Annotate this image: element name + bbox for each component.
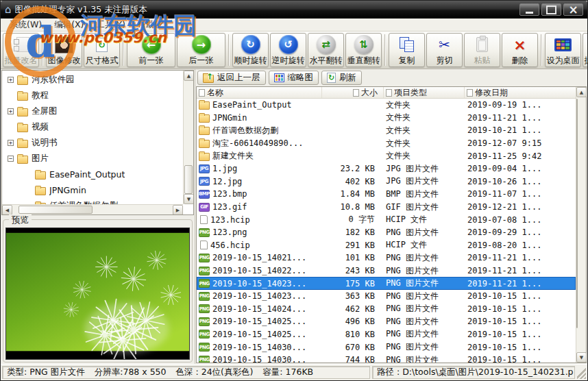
file-row[interactable]: 仟首调色数据勿删文件夹2019-10-21 1... xyxy=(197,124,576,137)
copy-button[interactable]: 复制 xyxy=(389,33,425,67)
menu-item-2[interactable]: 工具(Y) xyxy=(90,19,131,31)
file-row[interactable]: 456.hcip291 KBHCIP 文件2019-08-20 1... xyxy=(197,239,576,252)
tree-item[interactable]: EasePaint_Output xyxy=(2,167,183,182)
rename-icon xyxy=(16,37,29,52)
tree-item[interactable]: +说明书 xyxy=(2,135,183,151)
column-header-1[interactable]: 大小 xyxy=(322,87,384,98)
file-row[interactable]: PNG2019-10-15_14022...243 KBPNG 图片文件2019… xyxy=(197,265,576,278)
rotate-counterclockwise-button[interactable]: ↺逆时旋转 xyxy=(270,33,306,67)
image-edit-button[interactable]: 图像修改 xyxy=(46,33,82,67)
capture-screen-button[interactable]: ✂抓取屏幕 xyxy=(583,33,588,67)
expand-icon[interactable]: + xyxy=(8,108,14,114)
file-row[interactable]: PNG2019-10-15_14024...462 KBPNG 图片文件2019… xyxy=(197,303,576,316)
close-button[interactable] xyxy=(563,3,583,16)
menu-item-3[interactable]: 帮助(Z) xyxy=(132,19,173,31)
list-vscroll-thumb[interactable] xyxy=(576,99,578,328)
file-row[interactable]: PNG2019-10-15_14021...101 KBPNG 图片文件2019… xyxy=(197,251,576,265)
file-name-cell: JPG12.jpg xyxy=(197,177,322,186)
scroll-right-arrow-icon[interactable]: ▶ xyxy=(173,205,183,215)
scroll-down-arrow-icon[interactable]: ▼ xyxy=(576,352,587,362)
file-row[interactable]: PNG123.png182 KBPNG 图片文件2019-09-29 1... xyxy=(197,226,576,239)
file-name: 2019-10-15_14025... xyxy=(212,330,306,339)
png-file-icon: PNG xyxy=(199,267,210,275)
file-row[interactable]: PNG2019-10-15_14023...175 KBPNG 图片文件2019… xyxy=(197,277,576,290)
tree-item[interactable]: JPNGmin xyxy=(2,182,183,198)
menu-item-0[interactable]: 系统(W) xyxy=(3,19,48,31)
collapse-icon[interactable]: − xyxy=(8,156,14,162)
file-row[interactable]: EasePaint_Output文件夹2019-09-19 1... xyxy=(197,99,576,112)
file-name: JPNGmin xyxy=(212,113,247,123)
file-name: 仟首调色数据勿删 xyxy=(212,125,278,136)
file-row[interactable]: JPNGmin文件夹2019-11-21 1... xyxy=(197,112,576,125)
scroll-up-arrow-icon[interactable]: ▲ xyxy=(576,87,587,97)
file-date: 2019-09-29 1... xyxy=(465,228,576,237)
file-size: 363 KB xyxy=(322,291,384,301)
tree-vscroll-thumb[interactable] xyxy=(184,165,193,194)
tree-item[interactable]: 教程 xyxy=(2,88,183,103)
tree-item[interactable]: −图片 xyxy=(2,151,183,167)
file-row[interactable]: PNG2019-10-15_14023...363 KBPNG 图片文件2019… xyxy=(197,290,576,303)
menu-item-1[interactable]: 编辑(X) xyxy=(48,19,90,31)
file-type: GIF 图片文件 xyxy=(384,201,465,213)
cut-button[interactable]: ✂剪切 xyxy=(426,33,463,67)
tree-item[interactable]: +全屏图 xyxy=(2,103,183,119)
column-header-2[interactable]: 项目类型 xyxy=(384,87,465,98)
rotate-clockwise-button[interactable]: ↻顺时旋转 xyxy=(232,33,269,67)
column-header-0[interactable]: 名称 xyxy=(197,87,322,98)
file-name-cell: 456.hcip xyxy=(197,241,322,250)
file-row[interactable]: GIF123.gif10.8 MBGIF 图片文件2019-12-21 1... xyxy=(197,201,576,214)
tree-item[interactable]: +河东软件园 xyxy=(2,72,183,88)
scroll-down-arrow-icon[interactable]: ▼ xyxy=(184,194,194,204)
paste-button[interactable]: 粘贴 xyxy=(464,33,500,67)
file-row[interactable]: JPG12.jpg402 KBJPG 图片文件2019-10-26 1... xyxy=(197,175,576,188)
batch-rename-button[interactable]: 批量改名 xyxy=(3,33,39,67)
file-name: 2019-10-15_14021... xyxy=(212,253,306,262)
file-row[interactable]: PNG2019-10-15_14025...496 KBPNG 图片文件2019… xyxy=(197,315,576,328)
tree-horizontal-scrollbar[interactable]: ◀ ▶ xyxy=(2,204,183,214)
file-type: PNG 图片文件 xyxy=(384,278,465,289)
thumbnails-button[interactable]: 缩略图 xyxy=(269,71,319,85)
scroll-left-arrow-icon[interactable]: ◀ xyxy=(2,205,12,215)
go-up-level-button[interactable]: 返回上一层 xyxy=(197,71,266,85)
file-date: 2019-10-15 1... xyxy=(465,317,576,326)
file-row[interactable]: BMP123.bmp1.84 MBBMP 图片文件2019-11-07 1... xyxy=(197,188,576,201)
list-vertical-scrollbar[interactable]: ▲ ▼ xyxy=(576,87,586,362)
file-type: PNG 图片文件 xyxy=(384,303,465,315)
file-icon xyxy=(200,241,208,249)
tree-item[interactable]: 视频 xyxy=(2,119,183,135)
tree-item[interactable]: 仟首调色数据勿删 xyxy=(2,198,183,204)
column-header-3[interactable]: 修改日期 xyxy=(465,87,576,98)
file-row[interactable]: JPG1.jpg23.2 KBJPG 图片文件2019-09-04 1... xyxy=(197,162,576,175)
file-row[interactable]: PNG2019-10-15_14030...670 KBPNG 图片文件2019… xyxy=(197,341,576,354)
previous-image-button[interactable]: ←前一张 xyxy=(127,33,175,67)
expand-icon[interactable]: + xyxy=(8,140,14,146)
set-as-desktop-button[interactable]: 设为桌面 xyxy=(545,33,581,67)
jpg-file-icon: JPG xyxy=(199,177,210,186)
file-type: PNG 图片文件 xyxy=(384,227,465,238)
delete-button[interactable]: ×删除 xyxy=(502,33,538,67)
file-date: 2019-10-15 1... xyxy=(465,291,576,301)
file-row[interactable]: PNG2019-10-15_14025...810 KBPNG 图片文件2019… xyxy=(197,328,576,341)
next-image-button[interactable]: →后一张 xyxy=(177,33,225,67)
tree-hscroll-thumb[interactable] xyxy=(19,206,93,214)
toolbar-button-label: 垂直翻转 xyxy=(347,56,380,66)
resize-grip[interactable] xyxy=(577,366,586,379)
file-row[interactable]: 新建文件夹文件夹2019-11-25 9:42 xyxy=(197,149,576,162)
scroll-up-arrow-icon[interactable]: ▲ xyxy=(184,71,194,81)
file-name: 123.png xyxy=(212,228,247,237)
file-row[interactable]: 淘宝-60614049890...文件夹2019-12-07 9:15 xyxy=(197,137,576,150)
flip-vertical-button[interactable]: ⇅垂直翻转 xyxy=(345,33,382,67)
maximize-button[interactable] xyxy=(541,3,561,16)
status-file-type: 类型: PNG 图片文件 xyxy=(7,367,85,378)
flip-horizontal-button[interactable]: ⇄水平翻转 xyxy=(308,33,344,67)
folder-icon xyxy=(17,156,28,164)
file-row[interactable]: PNG2019-10-15_14030...744 KBPNG 图片文件2019… xyxy=(197,354,576,362)
file-size: 10.8 MB xyxy=(322,202,384,212)
minimize-button[interactable] xyxy=(519,3,539,16)
tree-vertical-scrollbar[interactable]: ▲ ▼ xyxy=(183,71,193,204)
size-format-button[interactable]: ↻尺寸格式 xyxy=(84,33,120,67)
refresh-button[interactable]: ↻刷新 xyxy=(321,71,362,85)
file-row[interactable]: 123.hcip0 字节HCIP 文件2019-07-08 1... xyxy=(197,213,576,226)
file-size: 744 KB xyxy=(322,355,384,362)
expand-icon[interactable]: + xyxy=(8,77,14,83)
